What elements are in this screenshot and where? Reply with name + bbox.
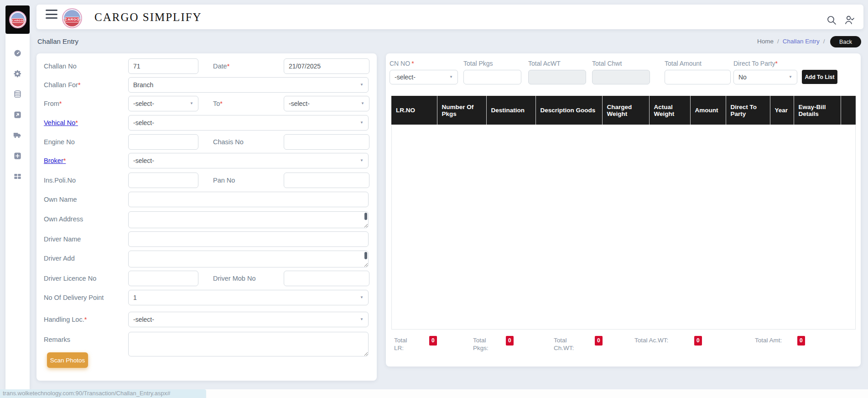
cn-list-panel-card: CN NO* -select- Total Pkgs Total AcWT To… <box>386 53 861 367</box>
add-to-list-button[interactable]: Add To List <box>802 70 837 84</box>
total-chwt-input <box>592 70 650 84</box>
breadcrumb: Home / Challan Entry / <box>757 38 825 45</box>
total-pkgs-label: Total Pkgs <box>463 60 493 67</box>
own-name-label: Own Name <box>44 192 127 207</box>
total-amt-badge: 0 <box>797 336 805 346</box>
page-title: Challan Entry <box>37 37 78 45</box>
direct-to-party-label: Direct To Party* <box>733 60 778 67</box>
driver-add-label: Driver Add <box>44 251 127 266</box>
app-logo-square[interactable]: CARGO <box>5 5 30 34</box>
col-header-direct-to-party: Direct To Party <box>726 96 770 125</box>
engine-no-label: Engine No <box>44 134 127 150</box>
ins-poli-no-label: Ins.Poli.No <box>44 173 127 188</box>
driver-mob-no-input[interactable] <box>284 271 369 286</box>
chasis-no-label: Chasis No <box>213 134 281 150</box>
status-url-tooltip: trans.wolketechnology.com:90/Transaction… <box>0 389 206 398</box>
total-amt-label: Total Amt: <box>755 336 782 344</box>
col-header-year: Year <box>770 96 794 125</box>
chasis-no-input[interactable] <box>284 134 369 150</box>
col-header-charged-weight: Charged Weight <box>602 96 649 125</box>
breadcrumb-home[interactable]: Home <box>757 38 774 45</box>
no-of-delivery-point-label: No Of Delivery Point <box>44 290 127 305</box>
cargo-logo-text: CARGO <box>11 18 24 23</box>
external-link-icon[interactable] <box>13 110 22 119</box>
col-header-description-goods: Description Goods <box>535 96 602 125</box>
lr-table: LR.NO Number Of Pkgs Destination Descrip… <box>391 96 856 125</box>
no-of-delivery-point-select[interactable]: 1 <box>128 290 369 305</box>
col-header-number-of-pkgs: Number Of Pkgs <box>437 96 486 125</box>
truck-icon[interactable] <box>13 131 22 140</box>
total-acwt-input <box>528 70 586 84</box>
total-chwt-badge: 0 <box>595 336 603 346</box>
pan-no-label: Pan No <box>213 173 281 188</box>
col-header-lr-no: LR.NO <box>391 96 437 125</box>
driver-licence-no-label: Driver Licence No <box>44 271 127 286</box>
remarks-label: Remarks <box>44 332 127 347</box>
vehical-no-link-label[interactable]: Vehical No* <box>44 115 78 131</box>
broker-link-label[interactable]: Broker* <box>44 153 66 168</box>
challan-no-label: Challan No <box>44 58 127 74</box>
total-acwt-label: Total AcWT <box>528 60 561 67</box>
total-chwt-total-label: Total Ch.WT: <box>554 336 577 352</box>
back-button[interactable]: Back <box>830 36 861 47</box>
driver-add-textarea[interactable] <box>128 251 369 267</box>
to-label: To* <box>213 96 281 111</box>
ins-poli-no-input[interactable] <box>128 173 198 188</box>
date-label: Date* <box>213 58 281 74</box>
own-name-input[interactable] <box>128 192 369 207</box>
col-header-destination: Destination <box>486 96 535 125</box>
date-input[interactable] <box>284 58 369 74</box>
total-amount-label: Total Amount <box>665 60 702 67</box>
driver-name-input[interactable] <box>128 231 369 247</box>
direct-to-party-select[interactable]: No <box>733 70 797 84</box>
to-select[interactable]: -select- <box>284 96 369 111</box>
driver-name-label: Driver Name <box>44 231 127 247</box>
breadcrumb-separator: / <box>777 38 779 45</box>
user-check-icon[interactable] <box>844 15 855 26</box>
breadcrumb-separator: / <box>823 38 825 45</box>
hamburger-menu-icon[interactable] <box>46 10 57 19</box>
cn-no-select[interactable]: -select- <box>390 70 458 84</box>
breadcrumb-current[interactable]: Challan Entry <box>783 38 820 45</box>
settings-gear-icon[interactable] <box>13 69 22 78</box>
driver-licence-no-input[interactable] <box>128 271 198 286</box>
driver-mob-no-label: Driver Mob No <box>213 271 281 286</box>
cargo-logo-icon: CARGO <box>9 11 26 28</box>
grid-apps-icon[interactable] <box>13 172 22 181</box>
total-pkgs-input[interactable] <box>463 70 521 84</box>
scan-photos-button[interactable]: Scan Photos <box>47 352 88 368</box>
database-icon[interactable] <box>13 90 22 99</box>
dashboard-icon[interactable] <box>13 49 22 58</box>
challan-for-select[interactable]: Branch <box>128 77 369 93</box>
total-lr-badge: 0 <box>429 336 437 346</box>
textarea-scrollbar-thumb[interactable] <box>364 252 367 259</box>
total-acwt-badge: 0 <box>694 336 702 346</box>
sidebar <box>5 34 30 389</box>
col-header-eway-bill-details: Eway-Bill Details <box>794 96 841 125</box>
vehical-no-select[interactable]: -select- <box>128 115 369 131</box>
challan-entry-form-card: Challan No Date* Challan For* Branch Fro… <box>36 53 377 381</box>
total-pkgs-total-label: Total Pkgs: <box>473 336 497 352</box>
total-chwt-label: Total Chwt <box>592 60 622 67</box>
engine-no-input[interactable] <box>128 134 198 150</box>
challan-no-input[interactable] <box>128 58 198 74</box>
pan-no-input[interactable] <box>284 173 369 188</box>
broker-select[interactable]: -select- <box>128 153 369 168</box>
brand-logo-text: CARGO <box>65 17 79 22</box>
challan-for-label: Challan For* <box>44 77 127 93</box>
remarks-textarea[interactable] <box>128 332 369 356</box>
brand-logo-icon: CARGO <box>62 8 82 28</box>
search-icon[interactable] <box>826 15 837 26</box>
handling-loc-label: Handling Loc.* <box>44 312 127 327</box>
lr-table-empty-body <box>391 125 856 330</box>
textarea-scrollbar-thumb[interactable] <box>364 213 367 220</box>
add-plus-square-icon[interactable] <box>13 152 22 160</box>
total-acwt-total-label: Total Ac.WT: <box>634 336 668 344</box>
total-amount-input[interactable] <box>665 70 731 84</box>
handling-loc-select[interactable]: -select- <box>128 312 369 327</box>
cn-no-label: CN NO* <box>390 60 414 67</box>
from-select[interactable]: -select- <box>128 96 198 111</box>
total-pkgs-badge: 0 <box>506 336 514 346</box>
own-address-textarea[interactable] <box>128 211 369 228</box>
own-address-label: Own Address <box>44 211 127 227</box>
